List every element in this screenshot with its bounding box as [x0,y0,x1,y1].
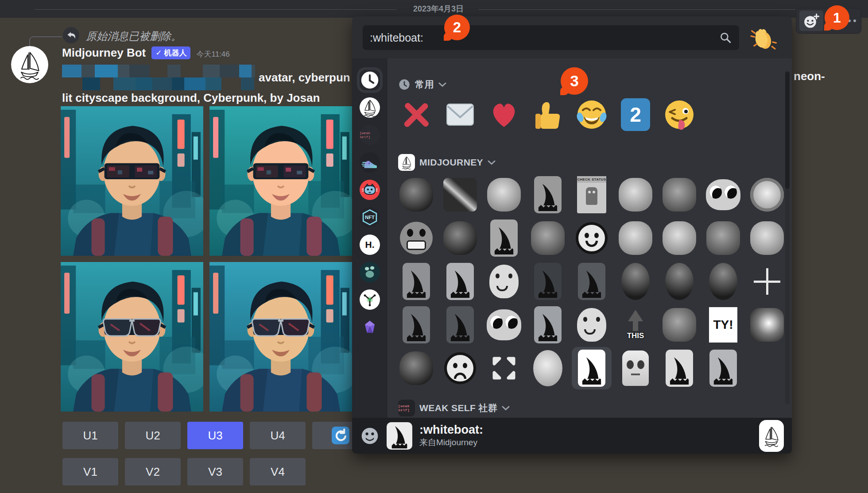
midjourney-image-grid[interactable] [61,106,352,412]
variation-v4-button[interactable]: V4 [250,458,306,485]
emoji-ty-card[interactable]: TY! [705,305,741,344]
emoji-whiteboat-10[interactable] [705,349,741,388]
rail-whiteboat-server[interactable] [360,97,380,118]
date-divider-line [478,9,795,10]
emoji-robot-bust[interactable] [617,349,654,388]
emoji-cross-mark[interactable] [398,95,434,134]
rail-cat-server[interactable] [360,180,380,200]
emoji-plus-sign[interactable] [749,262,785,301]
rail-paw-server[interactable] [360,262,380,282]
clap-emoji-shortcut[interactable] [749,23,777,52]
emoji-whiteboat-2[interactable] [486,219,522,258]
emoji-this-arrow[interactable]: THIS [617,305,654,344]
chevron-down-icon [438,82,446,87]
emoji-skull-heart[interactable] [661,262,698,301]
rail-molecule-server[interactable] [360,289,380,310]
emoji-doge[interactable] [617,175,654,214]
emoji-whiteboat-dark[interactable] [530,262,566,301]
emoji-blob-smile[interactable] [486,262,522,301]
emoji-muscle-man[interactable] [705,219,741,258]
midjourney-avatar[interactable] [11,46,48,83]
frequent-section-header[interactable]: 常用 [398,78,792,91]
emoji-wide-eyes[interactable] [486,305,522,344]
emoji-preview-bar: :whiteboat: 来自Midjourney [352,418,792,454]
rail-recent-clock[interactable] [360,70,380,90]
emoji-spooky-cloud[interactable] [398,175,434,214]
emoji-whiteboat-4[interactable] [442,262,478,301]
emoji-keycap-2[interactable]: 2 [617,95,654,134]
emoji-rock-face[interactable] [661,305,698,344]
emoji-sword[interactable] [442,175,478,214]
upscale-u3-button[interactable]: U3 [187,422,243,449]
emoji-whiteboat-selected[interactable] [574,349,610,388]
emoji-plague-doctor[interactable] [617,262,654,301]
generated-image-4[interactable] [209,262,352,412]
emoji-whiteboat-7[interactable] [442,305,478,344]
emoji-dog[interactable] [486,175,522,214]
rail-sneaker-server[interactable] [360,152,380,173]
emoji-cat-shock[interactable] [661,219,698,258]
smiley-category-icon[interactable] [360,426,380,446]
emoji-shiny-eyes[interactable] [705,175,741,214]
emoji-doodle-smile[interactable] [574,219,610,258]
emoji-scream-teeth[interactable] [398,219,434,258]
variation-v3-button[interactable]: V3 [187,458,243,485]
whiteboat-emoji-preview [387,422,412,450]
emoji-red-heart[interactable] [486,95,522,134]
variation-v2-button[interactable]: V2 [125,458,181,485]
emoji-search-input[interactable]: :whiteboat: [363,25,739,50]
custom-emoji-row [398,219,792,258]
emoji-glow-smoke[interactable] [749,305,785,344]
emoji-smoke-ghost[interactable] [398,349,434,388]
author-name[interactable]: Midjourney Bot [62,46,146,60]
rail-weak-self-server[interactable]: [weak self] [360,125,380,145]
emoji-ghost-thumb[interactable] [574,305,610,344]
emoji-face-joy[interactable] [574,95,610,134]
custom-emoji-row [398,262,792,301]
emoji-frown-doodle[interactable] [442,349,478,388]
emoji-winking-tongue[interactable] [661,95,698,134]
generated-image-3[interactable] [61,262,203,412]
emoji-no-ghost[interactable] [749,175,785,214]
emoji-whiteboat-gray[interactable] [530,175,566,214]
emoji-rain-blob[interactable] [749,219,785,258]
emoji-check-status[interactable]: CHECK STATUS [574,175,610,214]
emoji-whiteboat-3[interactable] [398,262,434,301]
emoji-galaxy-head[interactable] [442,219,478,258]
frequent-emoji-row: 2 [398,95,792,134]
emoji-laugh-mask[interactable] [617,219,654,258]
emoji-whiteboat-9[interactable] [661,349,698,388]
emoji-bear-look[interactable] [530,219,566,258]
emoji-moon-face[interactable] [530,349,566,388]
timestamp: 今天11:46 [196,49,229,59]
upscale-u2-button[interactable]: U2 [125,422,181,449]
emoji-whiteboat-6[interactable] [398,305,434,344]
emoji-octopus-facepalm[interactable] [661,175,698,214]
rail-gem-server[interactable] [360,317,380,337]
emoji-plague-landscape[interactable] [705,262,741,301]
weak-self-section-header[interactable]: [weak self] WEAK SELF 社群 [398,400,792,416]
scrollbar-thumb[interactable] [785,72,790,189]
svg-text:NFT: NFT [365,215,375,220]
rail-h-dot-server[interactable]: H. [360,235,380,255]
add-reaction-button[interactable] [799,11,823,31]
emoji-whiteboat-5[interactable] [574,262,610,301]
rail-nft-server[interactable]: NFT [360,207,380,227]
emoji-thumbs-up[interactable] [530,95,566,134]
emoji-envelope[interactable] [442,95,478,134]
variation-v1-button[interactable]: V1 [62,458,118,485]
midjourney-section-header[interactable]: MIDJOURNEY [398,154,792,171]
custom-emoji-row: CHECK STATUS [398,175,792,214]
emoji-whiteboat-8[interactable] [530,305,566,344]
bot-check-icon: ✓ [155,48,162,58]
upscale-button-row: U1U2U3U4 [62,422,368,449]
generated-image-1[interactable] [61,106,203,256]
annotation-step-2: 2 [444,15,470,40]
upscale-u4-button[interactable]: U4 [250,422,306,449]
generated-image-2[interactable] [209,106,352,256]
upscale-u1-button[interactable]: U1 [62,422,118,449]
refresh-icon [332,427,349,444]
picker-scrollbar[interactable] [785,71,790,404]
prompt-text-right: neon- [794,69,825,83]
emoji-expand-arrows[interactable] [486,349,522,388]
